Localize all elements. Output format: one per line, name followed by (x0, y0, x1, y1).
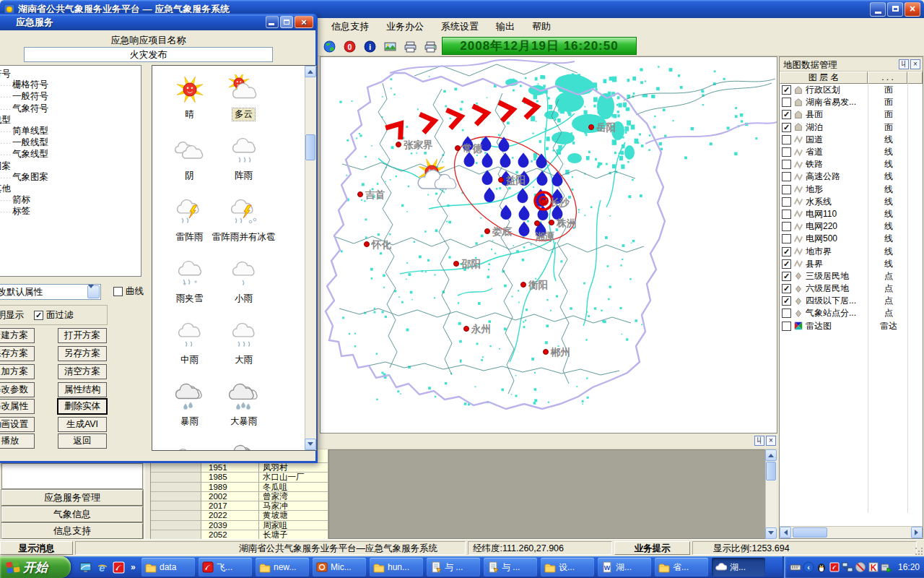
layer-checkbox[interactable] (782, 234, 791, 243)
tree-item-2-0[interactable]: ····气象图案 (0, 172, 141, 184)
close-icon[interactable]: × (910, 59, 920, 69)
table-row-7[interactable]: 2052 长塘子 (151, 530, 328, 539)
weather-item-6[interactable]: ** 雨夹雪 (162, 259, 217, 320)
layer-checkbox[interactable] (782, 160, 791, 169)
lang-icon[interactable]: ‹ (803, 561, 814, 573)
status-biz-hint-button[interactable]: 业务提示 (614, 541, 690, 555)
layer-row-13[interactable]: ✓ 地市界 线 (780, 245, 923, 257)
weather-item-2[interactable]: 阴 (162, 136, 217, 197)
tree-item-0-0[interactable]: ····栅格符号 (0, 79, 141, 91)
layer-checkbox[interactable]: ✓ (782, 259, 791, 269)
dialog-button-left-5[interactable]: 动画设置 (0, 417, 35, 432)
dialog-button-right-2[interactable]: 清空方案 (58, 364, 107, 379)
taskbar-button-6[interactable]: 与 ... (484, 558, 537, 577)
weather-item-0[interactable]: 晴 (162, 74, 217, 136)
weather-item-1[interactable]: 多云 (217, 74, 271, 136)
dialog-button-left-1[interactable]: 保存方案 (0, 346, 35, 361)
quick-launch-overflow[interactable]: » (131, 562, 136, 572)
dialog-minimize-button[interactable] (266, 16, 279, 28)
ie-icon[interactable]: e (96, 561, 108, 574)
dialog-button-right-4[interactable]: 删除实体 (58, 399, 107, 414)
status-message-button[interactable]: 显示消息 (0, 541, 73, 555)
layers-hscrollbar[interactable] (780, 526, 923, 538)
dialog-close-button[interactable]: × (295, 16, 313, 28)
taskbar-button-8[interactable]: W湖... (598, 558, 651, 577)
layer-name-column-header[interactable]: 图 层 名 (780, 72, 868, 84)
chevron-down-icon[interactable] (87, 285, 100, 298)
table-row-1[interactable]: 1985 水口山一厂 (151, 473, 328, 482)
minimize-button[interactable] (870, 2, 886, 17)
dialog-button-left-3[interactable]: 修改参数 (0, 382, 35, 397)
taskbar-button-5[interactable]: 与 ... (427, 558, 480, 577)
layer-row-3[interactable]: ✓ 湖泊 面 (780, 121, 923, 134)
bottom-panel-scrollbar[interactable] (765, 449, 777, 539)
taskbar-button-7[interactable]: 设... (541, 558, 594, 577)
weather-item-8[interactable]: 中雨 (162, 320, 217, 381)
dialog-button-right-0[interactable]: 打开方案 (58, 328, 107, 343)
tree-root-1[interactable]: 线型 (0, 115, 141, 126)
print-icon[interactable] (401, 38, 419, 55)
start-button[interactable]: 开始 (0, 556, 71, 578)
layer-more-column-header[interactable]: . . . (868, 72, 907, 84)
fetion-tray-icon[interactable] (829, 561, 840, 573)
table-row-6[interactable]: 2039 周家咀 (151, 521, 328, 530)
kaspersky-icon[interactable]: K (868, 561, 879, 573)
netoff-icon[interactable] (855, 561, 866, 573)
symbol-tree[interactable]: 符号····栅格符号····一般符号····气象符号线型····简单线型····… (0, 65, 141, 277)
weather-item-partial-0[interactable] (162, 443, 217, 451)
dialog-button-left-0[interactable]: 新建方案 (0, 328, 35, 343)
table-row-4[interactable]: 2017 马家冲 (151, 501, 328, 511)
table-row-3[interactable]: 2002 曾家湾 (151, 492, 328, 501)
menu-item-4[interactable]: 帮助 (523, 18, 559, 35)
tree-root-2[interactable]: 图案 (0, 161, 141, 172)
layer-checkbox[interactable]: ✓ (782, 296, 791, 306)
tree-item-1-2[interactable]: ····气象线型 (0, 149, 141, 160)
layer-row-9[interactable]: 水系线 线 (780, 196, 923, 208)
globe-icon[interactable] (321, 38, 338, 55)
weather-item-4[interactable]: 雷阵雨 (162, 197, 217, 259)
project-name-input[interactable] (24, 47, 273, 62)
close-button[interactable]: × (905, 2, 920, 17)
taskbar-button-0[interactable]: data (141, 558, 195, 577)
layer-checkbox[interactable] (782, 210, 791, 219)
info-icon[interactable]: i (361, 38, 378, 55)
menu-item-3[interactable]: 输出 (487, 18, 523, 35)
taskbar-button-3[interactable]: Mic... (313, 558, 366, 577)
layer-row-16[interactable]: ✓ 六级居民地 点 (780, 282, 923, 295)
network-icon[interactable] (842, 561, 853, 573)
layer-checkbox[interactable]: ✓ (782, 284, 791, 293)
tree-item-0-2[interactable]: ····气象符号 (0, 103, 141, 115)
layer-row-15[interactable]: ✓ 三级居民地 点 (780, 270, 923, 282)
desktop-icon[interactable] (79, 561, 92, 574)
taskbar-button-10[interactable]: 湖... (712, 558, 765, 577)
menu-item-2[interactable]: 系统设置 (432, 18, 487, 35)
resize-grip[interactable] (914, 546, 923, 555)
hunan-map[interactable]: 岳阳张家界常德益阳长沙吉首娄底株洲湘潭怀化邵阳衡阳永州郴州 (321, 57, 777, 433)
layer-row-17[interactable]: ✓ 四级以下居... 点 (780, 295, 923, 307)
layer-row-7[interactable]: 高速公路 线 (780, 171, 923, 183)
menu-item-0[interactable]: 信息支持 (323, 18, 378, 35)
weather-item-partial-1[interactable] (217, 443, 271, 451)
tree-item-0-1[interactable]: ····一般符号 (0, 91, 141, 103)
sidebar-button-0[interactable]: 应急服务管理 (1, 490, 143, 506)
close-icon[interactable]: × (766, 436, 776, 446)
layer-checkbox[interactable] (782, 172, 791, 181)
layer-checkbox[interactable]: ✓ (782, 123, 791, 132)
dialog-button-right-1[interactable]: 另存方案 (58, 346, 107, 361)
layer-row-6[interactable]: 铁路 线 (780, 158, 923, 171)
print2-icon[interactable] (422, 38, 439, 55)
weather-item-3[interactable]: 阵雨 (217, 136, 271, 197)
face-filter-checkbox[interactable]: ✓ (34, 311, 43, 320)
dialog-button-left-6[interactable]: 播放 (0, 434, 35, 449)
sidebar-button-1[interactable]: 气象信息 (1, 506, 143, 522)
layer-checkbox[interactable] (782, 322, 791, 331)
layer-checkbox[interactable] (782, 147, 791, 157)
fetion-icon[interactable] (113, 561, 125, 574)
stop-icon[interactable]: 0 (341, 38, 358, 55)
layer-checkbox[interactable] (782, 135, 791, 144)
layer-checkbox[interactable] (782, 185, 791, 194)
image-icon[interactable] (381, 38, 398, 55)
weather-item-9[interactable]: 大雨 (217, 320, 271, 381)
layer-row-5[interactable]: 省道 线 (780, 146, 923, 158)
default-attr-combo[interactable]: 修改默认属性 (0, 284, 101, 300)
